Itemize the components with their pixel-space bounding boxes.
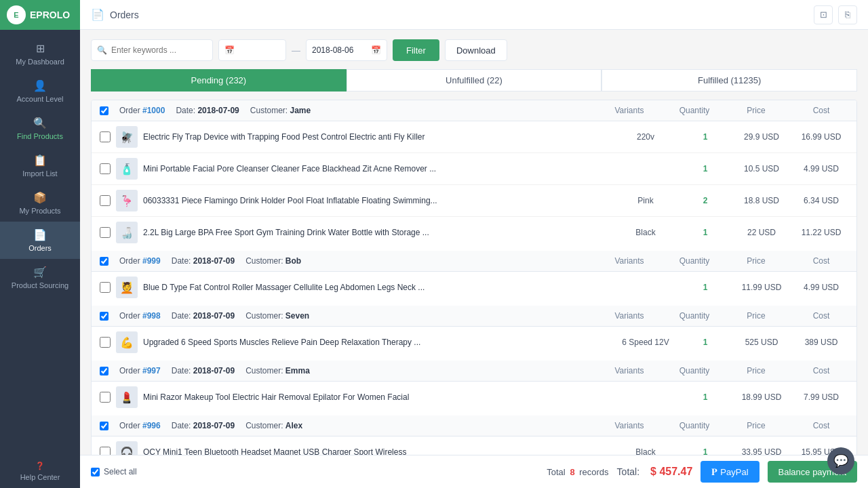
order-date-999: Date: 2018-07-09 — [172, 256, 235, 266]
col-qty-998: Quantity — [671, 311, 718, 321]
order-date-1000: Date: 2018-07-09 — [176, 106, 239, 115]
tab-pending[interactable]: Pending (232) — [91, 69, 347, 92]
topbar-icon-1[interactable]: ⊡ — [814, 5, 833, 24]
page-title: Orders — [110, 9, 139, 20]
product-row: 💆 Blue D Type Fat Control Roller Massage… — [92, 272, 856, 303]
product-checkbox[interactable] — [100, 227, 111, 238]
topbar: 📄 Orders ⊡ ⎘ — [80, 0, 868, 30]
cell-qty: 1 — [682, 338, 729, 347]
sidebar-item-orders[interactable]: 📄 Orders — [0, 222, 80, 259]
cell-variants: Black — [615, 447, 676, 455]
product-checkbox[interactable] — [100, 447, 111, 455]
total-records-suffix: records — [579, 467, 608, 477]
orders-icon: 📄 — [33, 228, 47, 241]
product-image: 💪 — [116, 331, 138, 353]
search-input[interactable] — [111, 45, 207, 55]
col-variants-998: Variants — [599, 311, 660, 321]
calendar-to-icon: 📅 — [371, 45, 381, 55]
product-sourcing-icon: 🛒 — [33, 266, 47, 279]
order-date-998: Date: 2018-07-09 — [172, 311, 235, 321]
chat-bubble[interactable]: 💬 — [827, 447, 854, 474]
cell-variants: 6 Speed 12V — [615, 338, 676, 347]
col-price-998: Price — [729, 311, 783, 321]
total-records-count: 8 — [570, 467, 574, 477]
content-area: 🔍 📅 — 2018-08-06 📅 Filter Download Pendi… — [80, 30, 868, 455]
date-from-wrap[interactable]: 📅 — [218, 39, 286, 61]
order-checkbox-999[interactable] — [100, 257, 108, 266]
total-records: Total 8 records — [547, 467, 608, 477]
product-name: Electric Fly Trap Device with Trapping F… — [143, 132, 610, 142]
sidebar-item-label: My Dashboard — [16, 58, 64, 66]
order-num-1000: Order #1000 — [119, 106, 165, 115]
order-link-998[interactable]: #998 — [142, 311, 161, 321]
order-header-997: Order #997 Date: 2018-07-09 Customer: Em… — [92, 361, 856, 382]
sidebar-item-import-list[interactable]: 📋 Import List — [0, 147, 80, 184]
tab-fulfilled[interactable]: Fulfilled (11235) — [601, 69, 857, 92]
cell-variants: Black — [615, 228, 676, 237]
product-name: QCY Mini1 Teen Bluetooth Headset Magnet … — [143, 447, 610, 455]
order-checkbox-997[interactable] — [100, 367, 108, 375]
cell-qty: 1 — [682, 164, 729, 174]
order-block-996: Order #996 Date: 2018-07-09 Customer: Al… — [92, 415, 856, 455]
sidebar-item-dashboard[interactable]: ⊞ My Dashboard — [0, 35, 80, 73]
sidebar-footer-help[interactable]: ❓ Help Center — [0, 455, 80, 488]
select-all[interactable]: Select all — [91, 467, 137, 476]
account-icon: 👤 — [33, 79, 47, 92]
download-button[interactable]: Download — [445, 39, 507, 61]
order-checkbox-1000[interactable] — [100, 106, 108, 115]
cell-price: 33.95 USD — [734, 447, 789, 455]
order-customer-1000: Customer: Jame — [250, 106, 311, 115]
product-checkbox[interactable] — [100, 131, 111, 142]
sidebar-item-label: Import List — [22, 169, 57, 178]
product-image: 🧴 — [116, 158, 138, 180]
sidebar-item-find-products[interactable]: 🔍 Find Products — [0, 110, 80, 147]
tab-unfulfilled[interactable]: Unfulfilled (22) — [347, 69, 602, 92]
order-header-996: Order #996 Date: 2018-07-09 Customer: Al… — [92, 415, 856, 436]
product-checkbox[interactable] — [100, 337, 111, 348]
product-name: Blue D Type Fat Control Roller Massager … — [143, 283, 610, 292]
col-qty-997: Quantity — [671, 366, 718, 375]
order-link-999[interactable]: #999 — [142, 256, 161, 266]
product-checkbox[interactable] — [100, 392, 111, 403]
order-checkbox-998[interactable] — [100, 312, 108, 321]
order-date-996: Date: 2018-07-09 — [172, 421, 235, 430]
cell-variants: 220v — [615, 132, 676, 142]
col-price-996: Price — [729, 421, 783, 430]
date-to-wrap[interactable]: 2018-08-06 📅 — [306, 39, 387, 61]
order-link-1000[interactable]: #1000 — [142, 106, 165, 115]
order-customer-999: Customer: Bob — [245, 256, 301, 266]
topbar-icon-2[interactable]: ⎘ — [838, 5, 857, 24]
sidebar: E EPROLO ⊞ My Dashboard 👤 Account Level … — [0, 0, 80, 488]
sidebar-item-product-sourcing[interactable]: 🛒 Product Sourcing — [0, 259, 80, 296]
cell-cost: 6.34 USD — [794, 196, 848, 205]
col-cost-996: Cost — [794, 421, 848, 430]
chat-icon: 💬 — [833, 453, 848, 468]
order-link-996[interactable]: #996 — [142, 421, 161, 430]
filter-button[interactable]: Filter — [393, 39, 439, 61]
product-checkbox[interactable] — [100, 195, 111, 206]
sidebar-item-label: Account Level — [16, 95, 63, 103]
order-link-997[interactable]: #997 — [142, 366, 161, 375]
col-variants-1000: Variants — [599, 106, 660, 115]
logo[interactable]: E EPROLO — [0, 0, 80, 30]
order-checkbox-996[interactable] — [100, 422, 108, 430]
product-checkbox[interactable] — [100, 282, 111, 293]
cell-qty: 1 — [682, 447, 729, 455]
sidebar-item-account-level[interactable]: 👤 Account Level — [0, 73, 80, 110]
cell-price: 11.99 USD — [734, 283, 789, 292]
find-products-icon: 🔍 — [33, 117, 47, 129]
product-checkbox[interactable] — [100, 163, 111, 174]
product-row: 🧴 Mini Portable Facial Pore Cleanser Cle… — [92, 153, 856, 185]
paypal-button[interactable]: 𝐏 PayPal — [701, 461, 759, 483]
col-cost-998: Cost — [794, 311, 848, 321]
order-header-999: Order #999 Date: 2018-07-09 Customer: Bo… — [92, 251, 856, 272]
order-tabs: Pending (232) Unfulfilled (22) Fulfilled… — [91, 69, 857, 92]
col-variants-999: Variants — [599, 256, 660, 266]
search-wrap[interactable]: 🔍 — [91, 39, 213, 61]
col-variants-997: Variants — [599, 366, 660, 375]
sidebar-item-my-products[interactable]: 📦 My Products — [0, 184, 80, 222]
sidebar-item-label: Product Sourcing — [12, 281, 68, 289]
select-all-checkbox[interactable] — [91, 468, 100, 476]
paypal-icon: 𝐏 — [711, 466, 717, 478]
order-block-998: Order #998 Date: 2018-07-09 Customer: Se… — [92, 306, 856, 358]
